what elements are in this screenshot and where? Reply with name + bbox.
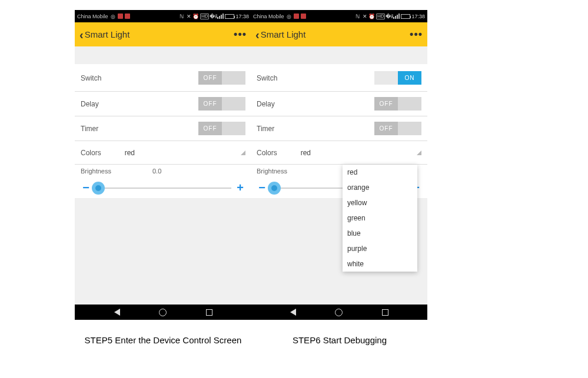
empty-area — [75, 199, 251, 305]
delay-toggle[interactable]: OFF — [198, 97, 245, 111]
color-option[interactable]: green — [343, 210, 417, 226]
row-colors: Colors red — [251, 141, 427, 165]
nav-home-icon[interactable] — [335, 309, 343, 316]
sim-icon: ◎ — [110, 14, 116, 19]
toggle-on-label: ON — [398, 71, 421, 85]
app-badge-icon — [118, 14, 123, 19]
android-statusbar: China Mobile ◎ ℕ ✕ ⏰ HD �ił 17:38 — [75, 10, 251, 22]
switch-toggle[interactable]: OFF — [198, 71, 245, 85]
timer-label: Timer — [81, 125, 98, 133]
header-title: Smart Light — [85, 29, 130, 39]
nav-recent-icon[interactable] — [206, 309, 212, 316]
timer-toggle[interactable]: OFF — [374, 122, 421, 135]
switch-label: Switch — [81, 74, 101, 82]
row-switch: Switch OFF — [75, 65, 251, 92]
caption-step5: STEP5 Enter the Device Control Screen — [75, 335, 251, 345]
wifi-icon: �ił — [210, 14, 216, 19]
header-title: Smart Light — [261, 29, 306, 39]
caption-step6: STEP6 Start Debugging — [251, 335, 428, 345]
app-header: ‹ Smart Light ••• — [251, 22, 427, 46]
nav-back-icon[interactable] — [114, 309, 120, 316]
android-navbar — [251, 305, 427, 320]
delay-label: Delay — [257, 100, 275, 108]
row-brightness: Brightness 0.0 — [75, 165, 251, 178]
phone-right: China Mobile ◎ ℕ ✕ ⏰ HD �ił 17:38 ‹ Smar… — [251, 10, 427, 320]
signal-icon — [217, 14, 224, 19]
brightness-label: Brightness — [257, 168, 287, 175]
nfc-icon: ℕ — [355, 14, 361, 19]
brightness-minus-button[interactable]: − — [257, 181, 267, 195]
brightness-minus-button[interactable]: − — [81, 181, 91, 195]
row-colors: Colors red — [75, 141, 251, 165]
app-badge-icon — [301, 14, 306, 19]
hd-icon: HD — [200, 14, 210, 19]
colors-selected-value: red — [125, 149, 135, 157]
nav-home-icon[interactable] — [159, 309, 167, 316]
color-option[interactable]: yellow — [343, 195, 417, 210]
color-option[interactable]: orange — [343, 180, 417, 195]
nav-recent-icon[interactable] — [382, 309, 388, 316]
brightness-slider[interactable] — [95, 188, 231, 189]
color-option[interactable]: purple — [343, 241, 417, 256]
android-statusbar: China Mobile ◎ ℕ ✕ ⏰ HD �ił 17:38 — [251, 10, 427, 22]
brightness-plus-button[interactable]: + — [235, 181, 245, 195]
more-menu-button[interactable]: ••• — [410, 28, 423, 41]
carrier-label: China Mobile — [77, 14, 108, 19]
colors-label: Colors — [257, 149, 277, 157]
colors-dropdown[interactable]: red orange yellow green blue purple whit… — [343, 165, 417, 272]
android-navbar — [75, 305, 251, 320]
spinner-triangle-icon — [417, 150, 421, 155]
colors-spinner[interactable]: red — [301, 149, 421, 157]
back-button[interactable]: ‹ Smart Light — [255, 29, 305, 41]
header-gap — [75, 46, 251, 65]
colors-label: Colors — [81, 149, 101, 157]
battery-icon — [401, 14, 410, 19]
header-gap — [251, 46, 427, 65]
chevron-left-icon: ‹ — [79, 29, 84, 41]
nav-back-icon[interactable] — [290, 309, 296, 316]
switch-toggle[interactable]: ON — [374, 71, 421, 85]
delay-label: Delay — [81, 100, 99, 108]
toggle-off-label: OFF — [374, 122, 398, 135]
timer-label: Timer — [257, 125, 274, 133]
colors-selected-value: red — [301, 149, 311, 157]
switch-label: Switch — [257, 74, 277, 82]
row-timer: Timer OFF — [75, 116, 251, 141]
color-option[interactable]: blue — [343, 226, 417, 241]
row-timer: Timer OFF — [251, 116, 427, 141]
app-header: ‹ Smart Light ••• — [75, 22, 251, 46]
carrier-label: China Mobile — [253, 14, 284, 19]
nfc-icon: ℕ — [179, 14, 185, 19]
brightness-slider-row: − + — [75, 178, 251, 199]
phone-left: China Mobile ◎ ℕ ✕ ⏰ HD �ił 17:38 ‹ Smar… — [75, 10, 251, 320]
timer-toggle[interactable]: OFF — [198, 122, 245, 135]
delay-toggle[interactable]: OFF — [374, 97, 421, 111]
colors-spinner[interactable]: red — [125, 149, 245, 157]
color-option[interactable]: white — [343, 256, 417, 272]
slider-thumb-icon[interactable] — [268, 182, 281, 195]
brightness-value: 0.0 — [152, 168, 245, 175]
caption-row: STEP5 Enter the Device Control Screen ST… — [75, 335, 428, 345]
back-button[interactable]: ‹ Smart Light — [79, 29, 129, 41]
mute-icon: ✕ — [186, 14, 192, 19]
toggle-off-label: OFF — [198, 122, 222, 135]
slider-thumb-icon[interactable] — [92, 182, 105, 195]
mute-icon: ✕ — [362, 14, 368, 19]
app-badge-icon — [294, 14, 299, 19]
spinner-triangle-icon — [241, 150, 245, 155]
row-delay: Delay OFF — [75, 92, 251, 116]
brightness-label: Brightness — [81, 168, 111, 175]
clock-label: 17:38 — [411, 14, 425, 19]
toggle-off-label: OFF — [198, 97, 222, 111]
battery-icon — [225, 14, 234, 19]
signal-icon — [393, 14, 400, 19]
chevron-left-icon: ‹ — [255, 29, 260, 41]
color-option[interactable]: red — [343, 165, 417, 180]
hd-icon: HD — [376, 14, 386, 19]
row-switch: Switch ON — [251, 65, 427, 92]
row-delay: Delay OFF — [251, 92, 427, 116]
more-menu-button[interactable]: ••• — [234, 28, 247, 41]
toggle-off-label: OFF — [374, 97, 398, 111]
clock-label: 17:38 — [235, 14, 249, 19]
app-badge-icon — [125, 14, 130, 19]
